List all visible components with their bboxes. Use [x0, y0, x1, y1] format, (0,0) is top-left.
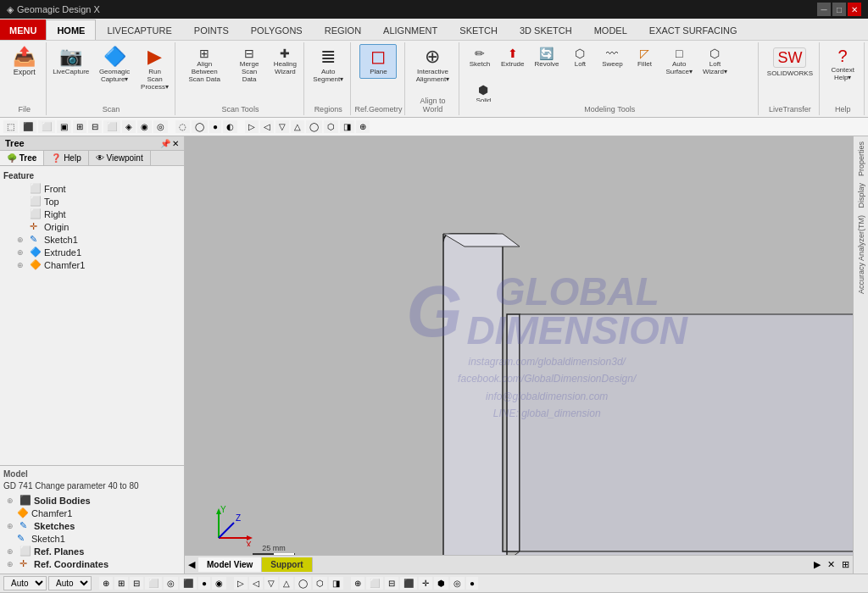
interactive-align-button[interactable]: ⊕ InteractiveAlignment▾	[412, 44, 454, 86]
tree-item-sketch1[interactable]: ⊕ ✎ Sketch1	[3, 233, 181, 246]
merge-button[interactable]: ⊟ MergeScan Data	[231, 44, 269, 86]
toolbar2-btn-11[interactable]: ◌	[175, 120, 190, 133]
tab-points[interactable]: POINTS	[183, 19, 240, 40]
bottom-btn-6[interactable]: ⬛	[180, 577, 197, 590]
plane-button[interactable]: ◻ Plane	[359, 44, 397, 79]
right-strip-accuracy[interactable]: Accuracy Analyzer(TM)	[857, 212, 865, 297]
sweep-button[interactable]: 〰 Sweep	[597, 44, 627, 71]
bottom-btn-13[interactable]: ◯	[295, 577, 311, 590]
tree-item-front[interactable]: ⬜ Front	[3, 182, 181, 195]
healing-button[interactable]: ✚ HealingWizard	[270, 44, 300, 79]
context-help-button[interactable]: ? ContextHelp▾	[824, 44, 861, 85]
bottom-btn-3[interactable]: ⊟	[130, 577, 143, 590]
solid-primitive-button[interactable]: ⬢ SolidPrimitive▾	[465, 80, 503, 102]
model-tree-chamfer1[interactable]: 🔶 Chamfer1	[3, 507, 181, 519]
tab-region[interactable]: REGION	[314, 19, 372, 40]
panel-tab-tree[interactable]: 🌳 Tree	[0, 151, 44, 165]
nav-add-tab[interactable]: ⊞	[838, 559, 853, 570]
right-strip-properties[interactable]: Properties	[857, 138, 865, 180]
toolbar2-btn-21[interactable]: ◨	[340, 120, 354, 133]
toolbar2-btn-1[interactable]: ⬚	[3, 120, 18, 133]
export-button[interactable]: 📤 Export	[6, 44, 43, 80]
toolbar2-btn-17[interactable]: ▽	[275, 120, 289, 133]
bottom-btn-23[interactable]: ●	[466, 577, 478, 590]
tree-item-chamfer1[interactable]: ⊕ 🔶 Chamfer1	[3, 258, 181, 271]
tab-model-view[interactable]: Model View	[198, 557, 262, 572]
tree-item-origin[interactable]: ✛ Origin	[3, 220, 181, 233]
geomagic-button[interactable]: 🔷 GeomagicCapture▾	[95, 44, 134, 86]
tab-3dsketch[interactable]: 3D SKETCH	[509, 19, 583, 40]
livecapture-button[interactable]: 📷 LiveCapture	[48, 44, 93, 79]
close-button[interactable]: ✕	[848, 3, 861, 16]
solidworks-button[interactable]: SW SOLIDWORKS	[763, 44, 817, 80]
toolbar2-btn-7[interactable]: ⬜	[103, 120, 120, 133]
toolbar2-btn-19[interactable]: ◯	[306, 120, 322, 133]
toolbar2-btn-4[interactable]: ▣	[57, 120, 71, 133]
sketch-button[interactable]: ✏ Sketch	[465, 44, 495, 71]
bottom-btn-12[interactable]: △	[280, 577, 293, 590]
bottom-btn-18[interactable]: ⊟	[385, 577, 398, 590]
auto-select-1[interactable]: Auto	[3, 576, 47, 590]
tab-model[interactable]: MODEL	[583, 19, 638, 40]
align-between-button[interactable]: ⊞ Align BetweenScan Data	[181, 44, 229, 86]
toolbar2-btn-16[interactable]: ◁	[260, 120, 274, 133]
tab-sketch[interactable]: SKETCH	[448, 19, 509, 40]
revolve-button[interactable]: 🔄 Revolve	[531, 44, 564, 71]
nav-next[interactable]: ▶	[810, 559, 824, 570]
toolbar2-btn-9[interactable]: ◉	[137, 120, 152, 133]
bottom-btn-10[interactable]: ◁	[249, 577, 263, 590]
model-tree-ref-planes[interactable]: ⊕ ⬜ Ref. Planes	[3, 545, 181, 557]
nav-new-tab[interactable]: ✕	[824, 559, 838, 570]
toolbar2-btn-6[interactable]: ⊟	[88, 120, 102, 133]
toolbar2-btn-5[interactable]: ⊞	[73, 120, 86, 133]
viewport[interactable]: G GLOBAL DIMENSION instagram.com/globald…	[185, 136, 853, 574]
model-tree-sketch1[interactable]: ✎ Sketch1	[3, 532, 181, 545]
bottom-btn-11[interactable]: ▽	[264, 577, 278, 590]
bottom-btn-16[interactable]: ⊕	[351, 577, 364, 590]
bottom-btn-1[interactable]: ⊕	[99, 577, 113, 590]
tab-menu[interactable]: MENU	[0, 19, 46, 40]
tree-item-right[interactable]: ⬜ Right	[3, 208, 181, 220]
toolbar2-btn-2[interactable]: ⬛	[19, 120, 36, 133]
toolbar2-btn-3[interactable]: ⬜	[38, 120, 55, 133]
tab-support[interactable]: Support	[262, 557, 312, 572]
model-tree-ref-coords[interactable]: ⊕ ✛ Ref. Coordinates	[3, 557, 181, 570]
right-strip-display[interactable]: Display	[857, 180, 865, 212]
bottom-btn-8[interactable]: ◉	[212, 577, 226, 590]
toolbar2-btn-15[interactable]: ▷	[245, 120, 259, 133]
auto-select-2[interactable]: Auto	[48, 576, 92, 590]
toolbar2-btn-18[interactable]: △	[291, 120, 304, 133]
tree-item-extrude1[interactable]: ⊕ 🔷 Extrude1	[3, 246, 181, 258]
tab-alignment[interactable]: ALIGNMENT	[372, 19, 448, 40]
bottom-btn-7[interactable]: ●	[198, 577, 210, 590]
tab-polygons[interactable]: POLYGONS	[240, 19, 314, 40]
loft-button[interactable]: ⬡ Loft	[565, 44, 595, 71]
toolbar2-btn-12[interactable]: ◯	[192, 120, 208, 133]
maximize-button[interactable]: □	[832, 3, 846, 16]
bottom-btn-21[interactable]: ⬢	[434, 577, 448, 590]
auto-segment-button[interactable]: ≣ AutoSegment▾	[309, 44, 348, 86]
auto-surface-button[interactable]: □ AutoSurface▾	[661, 44, 697, 79]
bottom-btn-9[interactable]: ▷	[234, 577, 248, 590]
fillet-button[interactable]: ◸ Fillet	[629, 44, 659, 71]
tab-livecapture[interactable]: LIVECAPTURE	[96, 19, 182, 40]
toolbar2-btn-22[interactable]: ⊕	[356, 120, 370, 133]
tree-item-top[interactable]: ⬜ Top	[3, 195, 181, 208]
toolbar2-btn-14[interactable]: ◐	[223, 120, 237, 133]
panel-tab-help[interactable]: ❓ Help	[44, 151, 88, 165]
toolbar2-btn-10[interactable]: ◎	[153, 120, 168, 133]
tab-exact-surfacing[interactable]: EXACT SURFACING	[638, 19, 748, 40]
bottom-btn-2[interactable]: ⊞	[114, 577, 128, 590]
panel-pin-button[interactable]: 📌	[160, 139, 170, 148]
panel-tab-viewpoint[interactable]: 👁 Viewpoint	[89, 151, 151, 165]
tab-home[interactable]: HOME	[46, 19, 96, 40]
toolbar2-btn-8[interactable]: ◈	[122, 120, 136, 133]
bottom-btn-22[interactable]: ◎	[450, 577, 465, 590]
toolbar2-btn-13[interactable]: ●	[209, 120, 221, 133]
toolbar2-btn-20[interactable]: ⬡	[324, 120, 338, 133]
bottom-btn-5[interactable]: ◎	[164, 577, 178, 590]
bottom-btn-4[interactable]: ⬜	[145, 577, 162, 590]
extrude-button[interactable]: ⬆ Extrude	[497, 44, 529, 71]
bottom-btn-14[interactable]: ⬡	[313, 577, 327, 590]
model-tree-solid-bodies[interactable]: ⊕ ⬛ Solid Bodies	[3, 494, 181, 507]
